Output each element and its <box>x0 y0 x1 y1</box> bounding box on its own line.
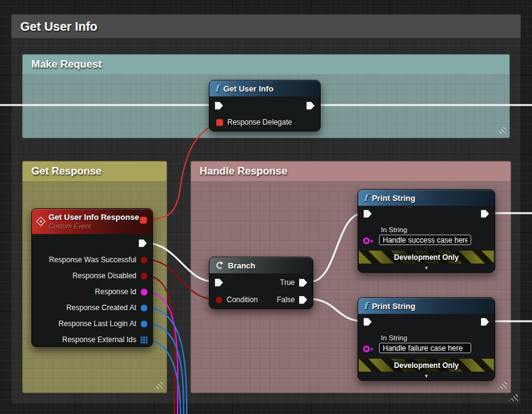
advanced-pins-toggle[interactable]: ▼ <box>424 373 429 379</box>
comment-header-make-request[interactable]: Make Request <box>22 54 510 74</box>
resize-handle-handle-response[interactable] <box>498 380 507 389</box>
map-pin-response-external-ids[interactable] <box>141 337 147 343</box>
condition-pin[interactable] <box>216 297 222 303</box>
pin-tail-icon <box>371 239 374 243</box>
node-subtitle: Custom Event <box>49 222 139 230</box>
resize-handle-get-user-info[interactable] <box>509 392 518 401</box>
comment-title-get-user-info: Get User Info <box>20 20 98 34</box>
advanced-pins-toggle[interactable]: ▼ <box>424 265 429 271</box>
node-header-print-string-success[interactable]: f Print String <box>358 190 495 206</box>
pin-label: Condition <box>227 295 258 304</box>
node-print-string-failure[interactable]: f Print String In String Development Onl… <box>358 297 495 381</box>
node-header-print-string-failure[interactable]: f Print String <box>358 298 495 314</box>
exec-out-pin[interactable] <box>481 318 489 326</box>
resize-handle-get-response[interactable] <box>154 380 163 389</box>
false-exec-pin[interactable] <box>299 296 307 304</box>
output-pin-row: Response Id <box>95 287 147 296</box>
output-pin-row: Response Created At <box>66 303 147 312</box>
node-header-response-event[interactable]: Get User Info Response Custom Event <box>32 209 152 234</box>
banner-text: Development Only <box>394 361 458 370</box>
in-string-label: In String <box>381 334 407 342</box>
pin-label: Response Delegate <box>227 118 292 127</box>
true-exec-pin[interactable] <box>299 279 307 287</box>
node-branch[interactable]: Branch Condition True False <box>209 257 313 309</box>
node-title: Branch <box>228 261 256 270</box>
function-icon: f <box>215 84 219 93</box>
output-pin-row: Response External Ids <box>62 335 147 344</box>
exec-in-pin[interactable] <box>215 279 223 287</box>
comment-header-get-user-info[interactable]: Get User Info <box>11 14 521 38</box>
node-title: Print String <box>372 302 415 311</box>
string-pin-response-id[interactable] <box>141 289 147 295</box>
node-title: Print String <box>372 193 415 203</box>
in-string-input[interactable] <box>379 343 471 353</box>
node-header-get-user-info[interactable]: f Get User Info <box>209 80 320 96</box>
comment-header-get-response[interactable]: Get Response <box>22 161 167 181</box>
output-pin-row: Response Was Successful <box>49 256 147 264</box>
node-title: Get User Info <box>223 84 273 93</box>
resize-handle-make-request[interactable] <box>496 125 506 134</box>
function-icon: f <box>364 302 367 311</box>
comment-title-handle-response: Handle Response <box>200 165 288 178</box>
function-icon: f <box>364 193 367 203</box>
comment-title-get-response: Get Response <box>31 165 101 178</box>
exec-in-pin[interactable] <box>364 318 372 326</box>
bool-pin-response-was-successful[interactable] <box>141 257 147 264</box>
pin-label: Response Id <box>95 287 136 296</box>
development-only-banner: Development Only <box>359 359 494 372</box>
pin-label: True <box>280 278 295 287</box>
exec-in-pin[interactable] <box>364 210 372 218</box>
struct-pin-response-created-at[interactable] <box>141 305 147 311</box>
pin-label: False <box>277 295 295 304</box>
pin-label: Response Created At <box>66 303 136 312</box>
pin-label: Response External Ids <box>62 335 136 344</box>
custom-event-icon <box>36 217 46 227</box>
pin-label: Response Was Successful <box>49 256 136 264</box>
exec-in-pin[interactable] <box>215 102 223 110</box>
node-header-branch[interactable]: Branch <box>209 257 313 273</box>
node-title: Get User Info Response <box>49 213 139 222</box>
pin-label: Response Disabled <box>72 271 136 280</box>
node-get-user-info[interactable]: f Get User Info Response Delegate <box>209 80 321 131</box>
pin-tail-icon <box>371 347 374 351</box>
output-pin-row: Response Disabled <box>72 271 147 280</box>
in-string-pin[interactable] <box>363 346 370 353</box>
output-pin-row: Response Last Login At <box>58 319 147 328</box>
in-string-pin[interactable] <box>363 238 370 244</box>
branch-icon <box>215 261 224 270</box>
in-string-input[interactable] <box>379 235 471 245</box>
response-delegate-pin[interactable] <box>216 119 223 126</box>
pin-label: Response Last Login At <box>58 319 136 328</box>
exec-out-pin[interactable] <box>139 240 147 248</box>
in-string-label: In String <box>381 226 407 233</box>
struct-pin-response-last-login-at[interactable] <box>141 321 147 327</box>
blueprint-canvas[interactable]: Get User Info Make Request Get Response … <box>0 0 532 414</box>
node-get-user-info-response[interactable]: Get User Info Response Custom Event Resp… <box>31 208 153 347</box>
delegate-out-pin[interactable] <box>140 217 147 224</box>
development-only-banner: Development Only <box>359 251 494 264</box>
node-print-string-success[interactable]: f Print String In String Development Onl… <box>358 189 495 273</box>
comment-header-handle-response[interactable]: Handle Response <box>190 161 511 181</box>
bool-pin-response-disabled[interactable] <box>141 273 147 279</box>
comment-title-make-request: Make Request <box>31 58 101 71</box>
banner-text: Development Only <box>394 253 458 262</box>
exec-out-pin[interactable] <box>307 102 315 110</box>
exec-out-pin[interactable] <box>481 210 489 218</box>
